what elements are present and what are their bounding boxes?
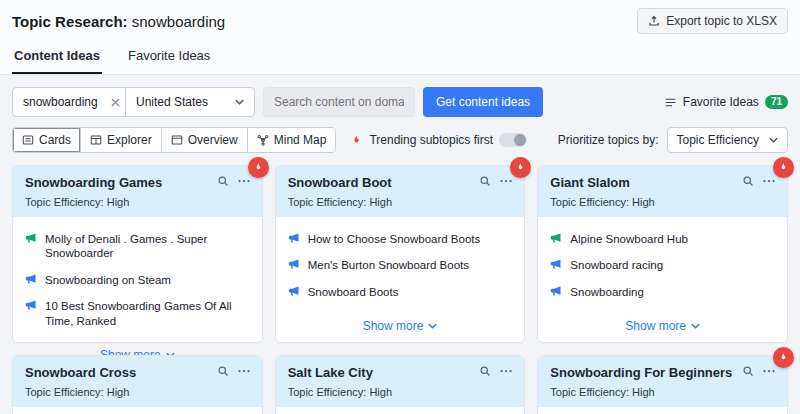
card-more-options-icon[interactable] bbox=[763, 365, 775, 377]
card-actions bbox=[217, 175, 250, 187]
export-button[interactable]: Export topic to XLSX bbox=[637, 8, 788, 34]
trending-fire-badge bbox=[510, 157, 531, 178]
fire-icon bbox=[253, 162, 264, 173]
view-tab-mind-map[interactable]: Mind Map bbox=[248, 128, 336, 152]
domain-search-input[interactable] bbox=[263, 87, 415, 117]
megaphone-icon bbox=[288, 232, 300, 244]
view-tab-explorer[interactable]: Explorer bbox=[81, 128, 162, 152]
tab-favorite-ideas[interactable]: Favorite Ideas bbox=[126, 40, 212, 74]
trending-toggle[interactable] bbox=[499, 133, 527, 147]
trending-subtopics-label: Trending subtopics first bbox=[369, 133, 493, 147]
card-actions bbox=[742, 365, 775, 377]
card-title[interactable]: Snowboarding For Beginners bbox=[550, 365, 732, 380]
show-more-label: Show more bbox=[625, 319, 686, 333]
content-idea-item[interactable]: 10 Best Snowboarding Games Of All Time, … bbox=[25, 299, 250, 328]
card-header: Giant Slalom Topic Efficiency: High bbox=[538, 166, 787, 217]
card-more-options-icon[interactable] bbox=[500, 365, 512, 377]
card-header: Salt Lake City Topic Efficiency: High bbox=[276, 356, 525, 407]
content-idea-item[interactable]: Snowboarding on Steam bbox=[25, 273, 250, 287]
card-header: Snowboarding Games Topic Efficiency: Hig… bbox=[13, 166, 262, 217]
card-more-options-icon[interactable] bbox=[500, 175, 512, 187]
content-idea-text: Molly of Denali . Games . Super Snowboar… bbox=[45, 232, 250, 261]
content-idea-text: Men's Burton Snowboard Boots bbox=[308, 258, 469, 272]
content-idea-item[interactable]: Men's Burton Snowboard Boots bbox=[288, 258, 513, 272]
content-idea-item[interactable]: Snowboard racing bbox=[550, 258, 775, 272]
card-body bbox=[538, 407, 787, 414]
topic-efficiency-label: Topic Efficiency: High bbox=[25, 386, 250, 398]
get-content-ideas-button[interactable]: Get content ideas bbox=[423, 87, 543, 117]
chevron-down-icon bbox=[235, 99, 244, 105]
fire-icon bbox=[778, 352, 789, 363]
topic-cards-grid: Snowboarding Games Topic Efficiency: Hig… bbox=[0, 163, 800, 414]
cards-view-icon bbox=[22, 134, 34, 146]
content-idea-item[interactable]: Alpine Snowboard Hub bbox=[550, 232, 775, 246]
chevron-down-icon bbox=[769, 137, 778, 143]
view-tab-overview[interactable]: Overview bbox=[162, 128, 248, 152]
content-idea-text: Snowboarding bbox=[570, 285, 644, 299]
fire-icon bbox=[515, 162, 526, 173]
card-search-icon[interactable] bbox=[742, 365, 754, 377]
card-header: Snowboarding For Beginners Topic Efficie… bbox=[538, 356, 787, 407]
prioritize-select[interactable]: Topic Efficiency bbox=[667, 127, 788, 153]
content-idea-text: 10 Best Snowboarding Games Of All Time, … bbox=[45, 299, 250, 328]
card-body bbox=[13, 407, 262, 414]
content-idea-item[interactable]: Snowboard Boots bbox=[288, 285, 513, 299]
explorer-view-icon bbox=[90, 134, 102, 146]
content-idea-item[interactable]: How to Choose Snowboard Boots bbox=[288, 232, 513, 246]
trending-fire-badge bbox=[248, 157, 269, 178]
prioritize-select-value: Topic Efficiency bbox=[677, 133, 759, 147]
tab-content-ideas[interactable]: Content Ideas bbox=[12, 40, 102, 74]
card-title[interactable]: Snowboarding Games bbox=[25, 175, 162, 190]
trending-subtopics-control: Trending subtopics first bbox=[350, 133, 527, 147]
card-header: Snowboard Cross Topic Efficiency: High bbox=[13, 356, 262, 407]
card-more-options-icon[interactable] bbox=[238, 175, 250, 187]
content-idea-text: Snowboard Boots bbox=[308, 285, 399, 299]
favorite-ideas-label: Favorite Ideas bbox=[683, 95, 759, 109]
content-idea-item[interactable]: Snowboarding bbox=[550, 285, 775, 299]
megaphone-icon bbox=[288, 258, 300, 270]
list-icon bbox=[664, 96, 677, 109]
card-title[interactable]: Giant Slalom bbox=[550, 175, 629, 190]
page-title-query: snowboarding bbox=[132, 13, 225, 30]
topic-card: Snowboard Boot Topic Efficiency: High Ho… bbox=[275, 165, 526, 343]
megaphone-icon bbox=[25, 299, 37, 311]
card-search-icon[interactable] bbox=[217, 365, 229, 377]
card-search-icon[interactable] bbox=[217, 175, 229, 187]
favorite-ideas-link[interactable]: Favorite Ideas 71 bbox=[664, 95, 788, 109]
topic-efficiency-label: Topic Efficiency: High bbox=[550, 386, 775, 398]
country-select-value: United States bbox=[136, 95, 208, 109]
topic-search-input[interactable] bbox=[13, 95, 105, 109]
topic-card: Giant Slalom Topic Efficiency: High Alpi… bbox=[537, 165, 788, 343]
show-more-link[interactable]: Show more bbox=[288, 311, 513, 343]
topic-card: Snowboarding For Beginners Topic Efficie… bbox=[537, 355, 788, 414]
card-title[interactable]: Snowboard Cross bbox=[25, 365, 136, 380]
topic-efficiency-label: Topic Efficiency: High bbox=[550, 196, 775, 208]
export-icon bbox=[648, 15, 660, 27]
show-more-link[interactable]: Show more bbox=[550, 311, 775, 343]
country-select[interactable]: United States bbox=[126, 88, 254, 116]
clear-search-icon[interactable] bbox=[105, 88, 125, 116]
fire-icon bbox=[778, 162, 789, 173]
show-more-label: Show more bbox=[363, 319, 424, 333]
card-more-options-icon[interactable] bbox=[238, 365, 250, 377]
page-title-prefix: Topic Research: bbox=[12, 13, 128, 30]
view-tab-label: Cards bbox=[39, 133, 71, 147]
megaphone-icon bbox=[550, 285, 562, 297]
card-title[interactable]: Snowboard Boot bbox=[288, 175, 392, 190]
card-search-icon[interactable] bbox=[479, 175, 491, 187]
view-toolbar: Cards Explorer Overview Mind Map Trendin… bbox=[0, 117, 800, 163]
card-more-options-icon[interactable] bbox=[763, 175, 775, 187]
card-search-icon[interactable] bbox=[742, 175, 754, 187]
content-idea-text: How to Choose Snowboard Boots bbox=[308, 232, 481, 246]
view-tab-cards[interactable]: Cards bbox=[13, 128, 81, 152]
megaphone-icon bbox=[550, 232, 562, 244]
chevron-down-icon bbox=[428, 323, 437, 329]
mind-map-view-icon bbox=[257, 134, 269, 146]
card-actions bbox=[479, 365, 512, 377]
card-search-icon[interactable] bbox=[479, 365, 491, 377]
page-title: Topic Research: snowboarding bbox=[12, 13, 225, 30]
megaphone-icon bbox=[550, 258, 562, 270]
card-title[interactable]: Salt Lake City bbox=[288, 365, 373, 380]
megaphone-icon bbox=[25, 273, 37, 285]
content-idea-item[interactable]: Molly of Denali . Games . Super Snowboar… bbox=[25, 232, 250, 261]
